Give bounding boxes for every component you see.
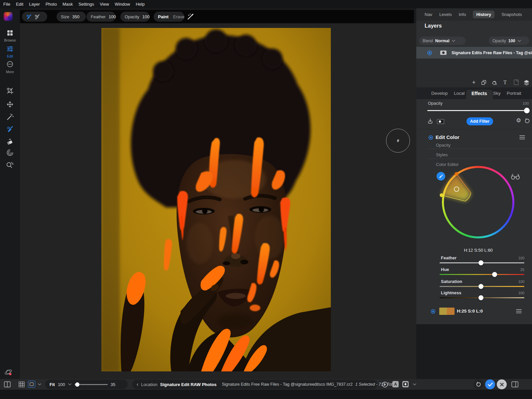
size-control[interactable]: Size 350 — [57, 12, 86, 22]
tab-history[interactable]: History — [473, 11, 494, 18]
layer-opacity-select[interactable]: Opacity 100 — [489, 37, 529, 45]
perfect-brush-button[interactable] — [186, 13, 194, 22]
feather-control[interactable]: Feather 100 — [86, 12, 116, 22]
hue-handle-orange[interactable] — [455, 172, 459, 176]
edit-color-opacity-row[interactable]: Opacity — [436, 143, 451, 148]
reset-effects-button[interactable] — [524, 118, 530, 125]
import-preset-button[interactable] — [427, 118, 433, 125]
slider-track[interactable] — [440, 286, 524, 287]
edit-color-styles-row[interactable]: Styles — [436, 152, 448, 157]
preview-toggle-button[interactable] — [382, 381, 388, 389]
menu-file[interactable]: File — [3, 2, 10, 7]
app-logo-icon[interactable] — [4, 12, 13, 21]
apply-button[interactable] — [485, 379, 495, 389]
menu-photo[interactable]: Photo — [46, 2, 57, 7]
chevron-down-icon[interactable] — [38, 383, 41, 385]
slider-track[interactable] — [440, 262, 524, 263]
compare-view-button[interactable] — [4, 381, 11, 389]
tool-blur-swirl[interactable] — [0, 149, 20, 158]
menu-layer[interactable]: Layer — [29, 2, 40, 7]
feather-slider: Feather 100 — [440, 255, 524, 267]
chevron-down-icon[interactable] — [68, 383, 71, 385]
tab-sky[interactable]: Sky — [493, 87, 501, 99]
sidebar-more[interactable]: More — [0, 61, 20, 74]
color-range-swatch[interactable] — [439, 308, 455, 315]
tab-portrait[interactable]: Portrait — [507, 87, 521, 99]
color-range-radio-icon[interactable] — [431, 309, 436, 314]
tab-nav[interactable]: Nav — [425, 12, 432, 17]
add-filter-button[interactable]: Add Filter — [466, 117, 493, 125]
single-view-button[interactable] — [28, 381, 35, 388]
paper-texture-button[interactable] — [513, 79, 519, 85]
tab-effects[interactable]: Effects — [471, 87, 487, 99]
tab-info[interactable]: Info — [459, 12, 466, 17]
zoom-slider-track[interactable] — [74, 384, 108, 385]
tool-eraser-ai[interactable]: AI — [0, 137, 20, 147]
hue-range-selection[interactable] — [435, 159, 521, 245]
effects-opacity-track[interactable] — [427, 110, 529, 111]
slider-thumb[interactable] — [478, 260, 483, 265]
sidebar-edit[interactable]: Edit — [0, 46, 20, 58]
filter-menu-icon[interactable] — [519, 135, 525, 140]
menu-settings[interactable]: Settings — [78, 2, 94, 7]
effects-opacity-thumb[interactable] — [524, 108, 530, 113]
sidebar-browse[interactable]: Browse — [0, 30, 20, 42]
paint-option[interactable]: Paint — [158, 14, 169, 19]
undo-button[interactable] — [473, 379, 483, 389]
brush-mode-picker[interactable] — [22, 12, 47, 22]
panel-layout-button[interactable] — [511, 381, 518, 389]
opacity-control[interactable]: Opacity 100 — [120, 12, 150, 22]
menu-window[interactable]: Window — [115, 2, 130, 7]
hue-handle-yellow[interactable] — [440, 194, 444, 197]
filter-enabled-radio-icon[interactable] — [428, 135, 433, 140]
cancel-button[interactable] — [497, 379, 507, 389]
eyedropper-button[interactable] — [437, 172, 445, 181]
back-icon[interactable]: ‹ — [137, 382, 138, 387]
tool-move[interactable] — [0, 101, 20, 109]
layer-visible-radio-icon[interactable] — [427, 50, 432, 56]
slider-thumb[interactable] — [492, 272, 497, 277]
flatten-layers-button[interactable] — [523, 79, 529, 85]
zoom-slider-thumb[interactable] — [75, 382, 79, 387]
menu-edit[interactable]: Edit — [16, 2, 23, 7]
slider-track[interactable] — [440, 274, 524, 275]
menu-mask[interactable]: Mask — [63, 2, 73, 7]
duplicate-layer-button[interactable] — [481, 79, 487, 85]
erase-option[interactable]: Erase — [173, 14, 185, 19]
mask-view-toggle-button[interactable] — [402, 381, 409, 387]
tab-local[interactable]: Local — [454, 87, 465, 99]
color-range-menu-icon[interactable] — [516, 309, 522, 314]
tab-snapshots[interactable]: Snapshots — [501, 12, 522, 17]
layer-mask-icon[interactable] — [440, 51, 447, 55]
tool-magic-wand[interactable] — [0, 113, 20, 122]
fit-label[interactable]: Fit — [50, 382, 55, 387]
slider-track[interactable] — [440, 297, 524, 298]
tool-options-bar: Size 350 Feather 100 Opacity 100 Paint E… — [20, 10, 414, 23]
effects-mask-button[interactable] — [437, 119, 444, 125]
fill-layer-button[interactable] — [491, 79, 497, 85]
annotations-toggle-button[interactable]: A — [392, 381, 399, 387]
blend-mode-select[interactable]: Blend Normal — [419, 37, 466, 45]
canvas-area[interactable]: # — [20, 23, 416, 379]
location-value[interactable]: Signature Edit RAW Photos — [160, 382, 216, 387]
tab-develop[interactable]: Develop — [431, 87, 448, 99]
chevron-down-icon[interactable] — [413, 383, 416, 385]
menu-view[interactable]: View — [100, 2, 109, 7]
text-layer-button[interactable]: T — [502, 79, 508, 85]
grid-view-button[interactable] — [19, 381, 25, 389]
slider-value: 100 — [518, 291, 524, 295]
slider-thumb[interactable] — [478, 284, 483, 289]
filmstrip-breadcrumb: ‹ Location Signature Edit RAW Photos Sig… — [132, 380, 377, 389]
slider-thumb[interactable] — [478, 295, 483, 300]
sync-status-button[interactable] — [3, 367, 13, 378]
tool-zoom-pan[interactable] — [0, 161, 20, 171]
fingerprint-swirl-icon — [6, 149, 14, 157]
menu-help[interactable]: Help — [136, 2, 145, 7]
layer-row[interactable]: Signature Edits Free Raw Files - Tag @si… — [416, 47, 532, 59]
add-layer-button[interactable]: + — [471, 79, 477, 85]
tool-crop[interactable] — [0, 87, 20, 96]
tab-levels[interactable]: Levels — [439, 12, 452, 17]
tool-brush-active[interactable] — [0, 125, 20, 134]
preview-glasses-icon[interactable] — [510, 173, 520, 180]
gear-icon[interactable]: ⚙ — [516, 117, 521, 124]
